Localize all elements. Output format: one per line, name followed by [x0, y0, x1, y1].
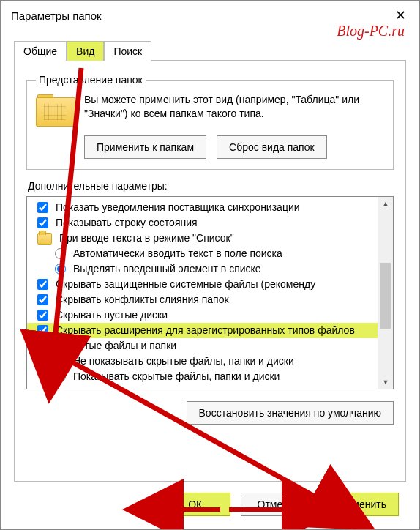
radio-auto-type-search[interactable]	[55, 248, 66, 259]
folder-icon	[37, 340, 52, 352]
ok-button[interactable]: ОК	[160, 493, 230, 516]
close-button[interactable]: ✕	[386, 1, 415, 30]
folder-representation-legend: Представление папок	[36, 74, 146, 86]
opt-dont-show-hidden[interactable]: Не показывать скрытые файлы, папки и дис…	[27, 354, 378, 369]
folder-icon	[36, 96, 74, 127]
radio-select-typed-item[interactable]	[55, 264, 66, 275]
chk-hide-protected-os-files[interactable]	[37, 279, 48, 290]
tree-scrollbar[interactable]: ▲ ▼	[378, 197, 393, 389]
apply-button[interactable]: Применить	[321, 493, 399, 516]
chk-hide-extensions[interactable]	[37, 325, 48, 336]
folder-icon	[37, 233, 52, 245]
folder-options-window: Параметры папок ✕ Blog-PC.ru Общие Вид П…	[0, 0, 420, 530]
close-icon: ✕	[395, 7, 406, 23]
folder-representation-group: Представление папок Вы можете применить …	[26, 74, 394, 170]
scroll-thumb[interactable]	[380, 263, 391, 329]
advanced-params-label: Дополнительные параметры:	[28, 180, 394, 192]
tab-panel-view: Представление папок Вы можете применить …	[14, 60, 406, 482]
group-hidden-files: Скрытые файлы и папки	[27, 338, 378, 354]
tab-search[interactable]: Поиск	[104, 41, 151, 61]
tab-general[interactable]: Общие	[14, 41, 67, 61]
tab-view[interactable]: Вид	[67, 41, 104, 61]
chk-show-sync-notifications[interactable]	[37, 202, 48, 213]
tabs: Общие Вид Поиск	[14, 40, 419, 60]
opt-hide-extensions[interactable]: Скрывать расширения для зарегистрированн…	[27, 323, 391, 338]
opt-select-typed-item[interactable]: Выделять введенный элемент в списке	[27, 261, 378, 277]
restore-defaults-button[interactable]: Восстановить значения по умолчанию	[187, 401, 394, 425]
scroll-down-icon[interactable]: ▼	[378, 376, 393, 389]
apply-to-folders-button[interactable]: Применить к папкам	[84, 135, 206, 159]
opt-show-sync-notifications[interactable]: Показать уведомления поставщика синхрони…	[27, 200, 378, 215]
titlebar: Параметры папок ✕	[1, 1, 419, 30]
advanced-settings-tree: Показать уведомления поставщика синхрони…	[26, 196, 394, 389]
opt-auto-type-search[interactable]: Автоматически вводить текст в поле поиск…	[27, 246, 378, 261]
chk-hide-empty-drives[interactable]	[37, 310, 48, 321]
group-list-mode-typing: При вводе текста в режиме "Список"	[27, 231, 378, 246]
chk-hide-merge-conflicts[interactable]	[37, 294, 48, 305]
folder-representation-text: Вы можете применить этот вид (например, …	[84, 93, 384, 121]
cancel-button[interactable]: Отмена	[241, 493, 311, 516]
opt-hide-empty-drives[interactable]: Скрывать пустые диски	[27, 307, 378, 323]
reset-folder-view-button[interactable]: Сброс вида папок	[217, 135, 327, 159]
opt-show-hidden[interactable]: Показывать скрытые файлы, папки и диски	[27, 369, 378, 384]
opt-hide-merge-conflicts[interactable]: Скрывать конфликты слияния папок	[27, 292, 378, 307]
scroll-up-icon[interactable]: ▲	[378, 197, 393, 210]
opt-hide-protected-os-files[interactable]: Скрывать защищенные системные файлы (рек…	[27, 277, 378, 292]
dialog-buttons: ОК Отмена Применить	[160, 493, 399, 516]
chk-show-status-bar[interactable]	[37, 217, 48, 228]
radio-show-hidden[interactable]	[55, 371, 66, 382]
window-title: Параметры папок	[11, 10, 386, 22]
radio-dont-show-hidden[interactable]	[55, 356, 66, 367]
opt-show-status-bar[interactable]: Показывать строку состояния	[27, 215, 378, 231]
